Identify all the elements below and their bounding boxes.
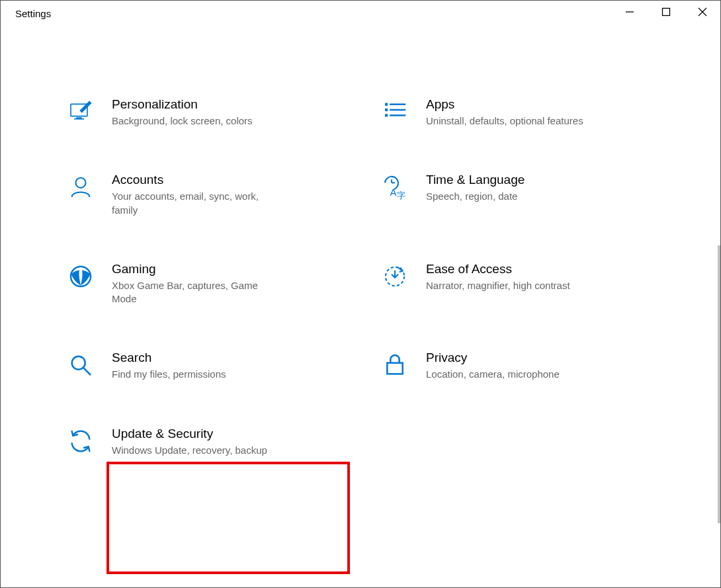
svg-rect-9 (385, 114, 388, 116)
update-security-icon (64, 427, 97, 454)
apps-icon (378, 97, 411, 125)
svg-rect-6 (74, 118, 84, 120)
svg-line-23 (83, 368, 91, 375)
maximize-icon (661, 7, 671, 17)
maximize-button[interactable] (648, 1, 684, 26)
close-button[interactable] (684, 1, 720, 26)
svg-rect-24 (387, 363, 402, 374)
window-controls (611, 1, 720, 26)
tile-update-security[interactable]: Update & Security Windows Update, recove… (56, 421, 351, 462)
gaming-icon (64, 262, 97, 290)
tile-sub: Windows Update, recovery, backup (112, 444, 284, 457)
scrollbar[interactable] (718, 245, 720, 523)
tile-heading: Apps (426, 97, 598, 112)
svg-point-22 (72, 357, 85, 370)
tile-accounts[interactable]: Accounts Your accounts, email, sync, wor… (56, 167, 351, 222)
accounts-icon (64, 173, 97, 200)
tile-ease-of-access[interactable]: Ease of Access Narrator, magnifier, high… (370, 257, 665, 312)
tile-sub: Uninstall, defaults, optional features (426, 114, 598, 128)
titlebar: Settings (1, 1, 720, 26)
minimize-icon (625, 7, 634, 17)
tile-sub: Your accounts, email, sync, work, family (112, 190, 284, 217)
time-language-icon: A 字 (378, 173, 411, 200)
window-title: Settings (15, 8, 51, 19)
tile-sub: Background, lock screen, colors (112, 114, 284, 128)
tile-sub: Narrator, magnifier, high contrast (426, 279, 598, 292)
svg-text:字: 字 (397, 190, 405, 200)
tile-search[interactable]: Search Find my files, permissions (56, 345, 351, 386)
privacy-icon (378, 351, 411, 378)
tile-time-language[interactable]: A 字 Time & Language Speech, region, date (370, 167, 665, 222)
svg-rect-1 (662, 9, 669, 16)
tile-sub: Find my files, permissions (112, 368, 284, 381)
tile-sub: Speech, region, date (426, 190, 598, 203)
tile-heading: Search (112, 351, 284, 365)
tile-sub: Xbox Game Bar, captures, Game Mode (112, 279, 284, 306)
close-icon (698, 7, 707, 17)
svg-point-13 (76, 178, 86, 188)
tile-heading: Accounts (112, 173, 284, 187)
ease-of-access-icon (378, 262, 411, 290)
tile-sub: Location, camera, microphone (426, 368, 598, 381)
search-icon (64, 351, 97, 378)
tile-privacy[interactable]: Privacy Location, camera, microphone (370, 345, 665, 386)
svg-rect-7 (385, 103, 388, 106)
personalization-icon (64, 97, 97, 125)
settings-grid: Personalization Background, lock screen,… (30, 26, 691, 462)
tile-heading: Privacy (426, 351, 598, 365)
minimize-button[interactable] (611, 1, 648, 26)
svg-rect-5 (76, 117, 81, 118)
tile-heading: Ease of Access (426, 262, 598, 276)
tile-gaming[interactable]: Gaming Xbox Game Bar, captures, Game Mod… (56, 257, 351, 312)
tile-apps[interactable]: Apps Uninstall, defaults, optional featu… (370, 92, 665, 133)
svg-text:A: A (390, 187, 397, 198)
tile-personalization[interactable]: Personalization Background, lock screen,… (56, 92, 351, 133)
settings-window: Settings Personalization Background, loc… (0, 0, 721, 588)
svg-rect-8 (385, 108, 388, 111)
tile-heading: Gaming (112, 262, 284, 276)
tile-heading: Update & Security (112, 427, 284, 441)
tile-heading: Personalization (112, 97, 284, 112)
tile-heading: Time & Language (426, 173, 598, 187)
highlight-update-security (106, 462, 350, 574)
